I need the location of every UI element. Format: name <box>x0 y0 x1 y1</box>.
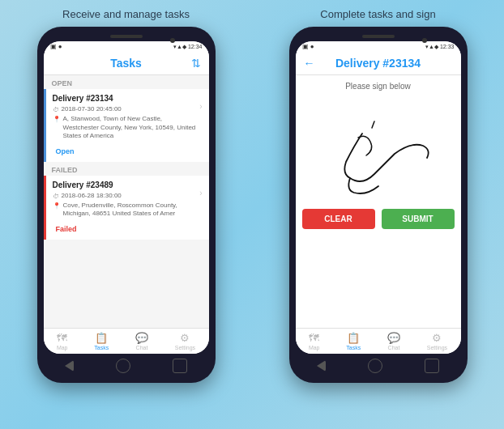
settings-label: Settings <box>175 345 195 350</box>
location-icon: 📍 <box>53 116 61 123</box>
tasks-list: OPEN Delivery #23134 ⏱ 2018-07-30 20:45:… <box>44 75 209 328</box>
task-failed-info: Delivery #23489 ⏱ 2018-06-28 18:30:00 📍 … <box>53 181 200 235</box>
left-phone-screen: ▣ ● ▾▲◆ 12:34 Tasks ⇅ OPEN Delivery #2 <box>44 41 209 354</box>
phone-speaker <box>110 35 143 38</box>
home-button[interactable] <box>116 359 130 373</box>
sign-buttons: CLEAR SUBMIT <box>296 202 461 236</box>
left-status-bar: ▣ ● ▾▲◆ 12:34 <box>44 41 209 52</box>
right-tasks-icon: 📋 <box>347 332 360 344</box>
left-bottom-nav: 🗺 Map 📋 Tasks 💬 Chat ⚙ Settings <box>44 328 209 354</box>
sign-canvas[interactable] <box>296 97 461 202</box>
left-nav-settings[interactable]: ⚙ Settings <box>175 332 195 350</box>
clock-icon-2: ⏱ <box>53 193 59 200</box>
left-status-icons: ▾▲◆ 12:34 <box>173 44 202 50</box>
right-phone-camera <box>422 38 427 43</box>
task-open-address: A, Stanwood, Town of New Castle, Westche… <box>63 115 200 140</box>
left-phone-bottom <box>44 354 209 376</box>
right-back-button[interactable] <box>317 360 326 372</box>
left-panel: Receive and manage tasks ▣ ● ▾▲◆ 12:34 T… <box>0 0 252 429</box>
task-failed-address: Cove, Prudenville, Roscommon County, Mic… <box>63 202 200 219</box>
tasks-label: Tasks <box>94 345 109 350</box>
clock-icon: ⏱ <box>53 106 59 113</box>
submit-button[interactable]: SUBMIT <box>382 209 455 229</box>
right-nav-settings[interactable]: ⚙ Settings <box>427 332 447 350</box>
right-tasks-label: Tasks <box>346 345 361 350</box>
right-phone: ▣ ● ▾▲◆ 12:33 ← Delivery #23134 Please s… <box>289 27 468 383</box>
back-arrow-icon[interactable]: ← <box>304 57 315 70</box>
task-failed-time-row: ⏱ 2018-06-28 18:30:00 <box>53 192 200 200</box>
right-settings-icon: ⚙ <box>432 332 442 344</box>
clear-button[interactable]: CLEAR <box>302 209 375 229</box>
right-phone-bottom <box>296 354 461 376</box>
recents-button[interactable] <box>173 359 187 373</box>
right-header-title: Delivery #23134 <box>335 57 421 70</box>
chat-label: Chat <box>136 345 148 350</box>
task-open-time: 2018-07-30 20:45:00 <box>62 105 122 113</box>
task-open-time-row: ⏱ 2018-07-30 20:45:00 <box>53 105 200 113</box>
right-status-icons: ▾▲◆ 12:33 <box>425 44 454 50</box>
right-phone-speaker <box>362 35 395 38</box>
right-home-button[interactable] <box>368 359 382 373</box>
left-phone: ▣ ● ▾▲◆ 12:34 Tasks ⇅ OPEN Delivery #2 <box>37 27 216 383</box>
right-settings-label: Settings <box>427 345 447 350</box>
task-open-title: Delivery #23134 <box>53 94 200 103</box>
failed-section-label: FAILED <box>44 162 209 176</box>
right-chat-label: Chat <box>388 345 400 350</box>
right-panel: Complete tasks and sign ▣ ● ▾▲◆ 12:33 ← … <box>252 0 504 429</box>
right-time: 12:33 <box>440 44 455 49</box>
task-failed-title: Delivery #23489 <box>53 181 200 189</box>
open-section-label: OPEN <box>44 75 209 89</box>
right-signal-icon: ▾▲◆ <box>425 44 438 50</box>
right-panel-title: Complete tasks and sign <box>320 8 435 20</box>
filter-icon[interactable]: ⇅ <box>191 57 201 70</box>
left-time: 12:34 <box>188 44 203 49</box>
sign-prompt: Please sign below <box>296 75 461 97</box>
settings-icon: ⚙ <box>180 332 190 344</box>
task-open-chevron: › <box>199 102 202 111</box>
left-nav-chat[interactable]: 💬 Chat <box>135 332 148 350</box>
right-map-label: Map <box>309 345 320 350</box>
task-card-open[interactable]: Delivery #23134 ⏱ 2018-07-30 20:45:00 📍 … <box>44 89 209 162</box>
sign-area[interactable]: Please sign below CLEAR SUBMIT <box>296 75 461 328</box>
task-open-addr-row: 📍 A, Stanwood, Town of New Castle, Westc… <box>53 115 200 140</box>
chat-icon: 💬 <box>135 332 148 344</box>
right-phone-screen: ▣ ● ▾▲◆ 12:33 ← Delivery #23134 Please s… <box>296 41 461 354</box>
left-nav-map[interactable]: 🗺 Map <box>57 332 68 350</box>
task-failed-addr-row: 📍 Cove, Prudenville, Roscommon County, M… <box>53 202 200 219</box>
location-icon-2: 📍 <box>53 202 61 210</box>
right-recents-button[interactable] <box>425 359 439 373</box>
right-nav-map[interactable]: 🗺 Map <box>309 332 320 350</box>
task-open-info: Delivery #23134 ⏱ 2018-07-30 20:45:00 📍 … <box>53 94 200 157</box>
right-map-icon: 🗺 <box>309 332 319 344</box>
phone-camera <box>170 38 175 43</box>
signature-svg <box>296 97 461 202</box>
task-failed-chevron: › <box>199 189 202 198</box>
right-bottom-nav: 🗺 Map 📋 Tasks 💬 Chat ⚙ Settings <box>296 328 461 354</box>
back-button[interactable] <box>65 360 74 372</box>
map-icon: 🗺 <box>57 332 67 344</box>
task-failed-status: Failed <box>53 223 80 235</box>
left-header-title: Tasks <box>110 57 142 70</box>
right-status-left: ▣ ● <box>302 43 314 50</box>
right-nav-chat[interactable]: 💬 Chat <box>387 332 400 350</box>
right-status-bar: ▣ ● ▾▲◆ 12:33 <box>296 41 461 52</box>
task-card-failed[interactable]: Delivery #23489 ⏱ 2018-06-28 18:30:00 📍 … <box>44 176 209 240</box>
left-signal-icon: ▾▲◆ <box>173 44 186 50</box>
right-app-header: ← Delivery #23134 <box>296 52 461 75</box>
right-nav-tasks[interactable]: 📋 Tasks <box>346 332 361 350</box>
left-panel-title: Receive and manage tasks <box>62 8 190 20</box>
left-app-header: Tasks ⇅ <box>44 52 209 75</box>
task-failed-time: 2018-06-28 18:30:00 <box>62 192 122 200</box>
left-nav-tasks[interactable]: 📋 Tasks <box>94 332 109 350</box>
map-label: Map <box>57 345 68 350</box>
right-chat-icon: 💬 <box>387 332 400 344</box>
task-open-status: Open <box>53 146 78 157</box>
tasks-icon: 📋 <box>95 332 108 344</box>
left-status-left: ▣ ● <box>50 43 62 50</box>
